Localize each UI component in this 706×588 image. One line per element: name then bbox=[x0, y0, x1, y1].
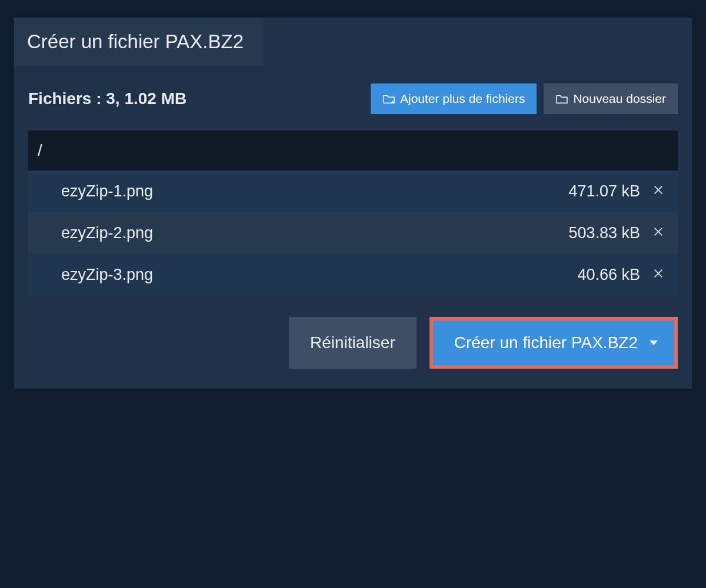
tab-create-archive[interactable]: Créer un fichier PAX.BZ2 bbox=[14, 18, 264, 66]
file-row: ezyZip-2.png 503.83 kB bbox=[28, 212, 678, 254]
create-label: Créer un fichier PAX.BZ2 bbox=[454, 333, 638, 352]
new-folder-label: Nouveau dossier bbox=[573, 92, 666, 106]
add-files-label: Ajouter plus de fichiers bbox=[400, 92, 525, 106]
folder-icon bbox=[555, 93, 568, 104]
files-label: Fichiers : bbox=[28, 89, 101, 108]
current-path: / bbox=[38, 141, 42, 159]
chevron-down-icon bbox=[650, 340, 658, 345]
file-size: 503.83 kB bbox=[568, 224, 640, 242]
reset-label: Réinitialiser bbox=[310, 333, 395, 352]
remove-file-icon[interactable] bbox=[652, 224, 665, 242]
new-folder-button[interactable]: Nouveau dossier bbox=[544, 83, 678, 114]
files-total-size: 1.02 MB bbox=[124, 89, 187, 108]
file-list: / ezyZip-1.png 471.07 kB ezyZip-2.png 50… bbox=[28, 131, 678, 296]
create-button-highlight: Créer un fichier PAX.BZ2 bbox=[429, 317, 678, 369]
header-buttons: Ajouter plus de fichiers Nouveau dossier bbox=[371, 83, 678, 114]
file-name: ezyZip-3.png bbox=[61, 266, 577, 284]
file-row: ezyZip-3.png 40.66 kB bbox=[28, 254, 678, 296]
remove-file-icon[interactable] bbox=[652, 182, 665, 201]
archive-panel: Créer un fichier PAX.BZ2 Fichiers : 3, 1… bbox=[14, 18, 692, 389]
files-summary: Fichiers : 3, 1.02 MB bbox=[28, 89, 187, 108]
add-files-button[interactable]: Ajouter plus de fichiers bbox=[371, 83, 537, 114]
create-archive-button[interactable]: Créer un fichier PAX.BZ2 bbox=[433, 320, 674, 365]
footer-row: Réinitialiser Créer un fichier PAX.BZ2 bbox=[28, 317, 678, 369]
file-size: 40.66 kB bbox=[577, 266, 640, 284]
files-count: 3 bbox=[106, 89, 115, 108]
reset-button[interactable]: Réinitialiser bbox=[289, 317, 417, 369]
tab-title: Créer un fichier PAX.BZ2 bbox=[27, 31, 244, 52]
header-row: Fichiers : 3, 1.02 MB Ajouter plus de fi… bbox=[28, 83, 678, 114]
path-row[interactable]: / bbox=[28, 131, 678, 171]
panel-body: Fichiers : 3, 1.02 MB Ajouter plus de fi… bbox=[14, 66, 692, 389]
file-name: ezyZip-1.png bbox=[61, 182, 568, 201]
folder-add-icon bbox=[382, 93, 395, 104]
file-name: ezyZip-2.png bbox=[61, 224, 568, 242]
file-row: ezyZip-1.png 471.07 kB bbox=[28, 171, 678, 212]
remove-file-icon[interactable] bbox=[652, 266, 665, 284]
file-size: 471.07 kB bbox=[568, 182, 640, 201]
